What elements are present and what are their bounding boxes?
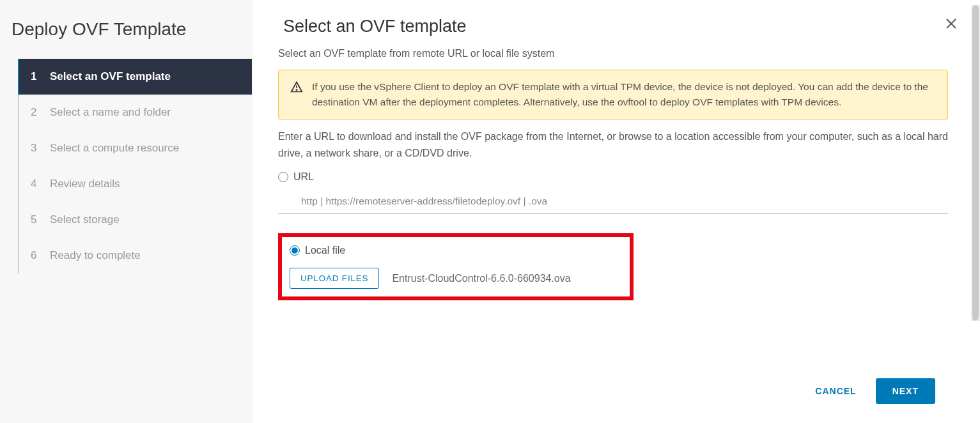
local-file-radio[interactable] <box>290 245 300 256</box>
main-panel: Select an OVF template Select an OVF tem… <box>253 0 980 423</box>
selected-filename: Entrust-CloudControl-6.6.0-660934.ova <box>392 273 570 284</box>
step-number: 6 <box>31 249 41 262</box>
url-radio-option[interactable]: URL <box>278 171 948 183</box>
step-3: 3 Select a compute resource <box>19 130 252 166</box>
warning-text: If you use the vSphere Client to deploy … <box>312 79 936 110</box>
step-label: Select storage <box>50 213 120 226</box>
url-radio[interactable] <box>278 172 288 182</box>
url-radio-label: URL <box>293 171 314 183</box>
close-icon[interactable] <box>945 18 957 32</box>
svg-point-3 <box>296 89 297 90</box>
wizard-sidebar: Deploy OVF Template 1 Select an OVF temp… <box>0 0 253 423</box>
scrollbar-thumb[interactable] <box>972 5 979 321</box>
content-area: Select an OVF template Select an OVF tem… <box>278 13 954 362</box>
step-number: 4 <box>31 178 41 190</box>
step-4: 4 Review details <box>19 166 252 202</box>
step-number: 1 <box>31 70 41 83</box>
step-label: Select a compute resource <box>50 142 179 155</box>
step-6: 6 Ready to complete <box>19 238 252 273</box>
wizard-steps: 1 Select an OVF template 2 Select a name… <box>18 59 252 273</box>
description-text: Enter a URL to download and install the … <box>278 128 948 161</box>
local-file-radio-option[interactable]: Local file <box>290 245 622 256</box>
page-subtitle: Select an OVF template from remote URL o… <box>278 48 948 59</box>
step-number: 3 <box>31 142 41 155</box>
upload-row: UPLOAD FILES Entrust-CloudControl-6.6.0-… <box>290 268 622 289</box>
page-title: Select an OVF template <box>278 13 948 48</box>
step-number: 5 <box>31 213 41 226</box>
upload-files-button[interactable]: UPLOAD FILES <box>290 268 379 289</box>
step-label: Select an OVF template <box>50 70 171 83</box>
next-button[interactable]: NEXT <box>876 378 935 404</box>
warning-icon <box>290 79 303 110</box>
wizard-title: Deploy OVF Template <box>0 13 252 59</box>
wizard-footer: CANCEL NEXT <box>278 362 954 423</box>
step-number: 2 <box>31 106 41 119</box>
step-label: Review details <box>50 178 120 190</box>
url-input[interactable] <box>278 189 948 214</box>
step-label: Select a name and folder <box>50 106 171 119</box>
warning-alert: If you use the vSphere Client to deploy … <box>278 70 948 119</box>
step-label: Ready to complete <box>50 249 141 262</box>
step-2: 2 Select a name and folder <box>19 95 252 130</box>
local-file-radio-label: Local file <box>305 245 345 256</box>
step-5: 5 Select storage <box>19 202 252 238</box>
step-1[interactable]: 1 Select an OVF template <box>18 59 252 95</box>
local-file-highlight: Local file UPLOAD FILES Entrust-CloudCon… <box>278 233 634 300</box>
cancel-button[interactable]: CANCEL <box>811 380 860 403</box>
scrollbar[interactable] <box>971 5 980 321</box>
